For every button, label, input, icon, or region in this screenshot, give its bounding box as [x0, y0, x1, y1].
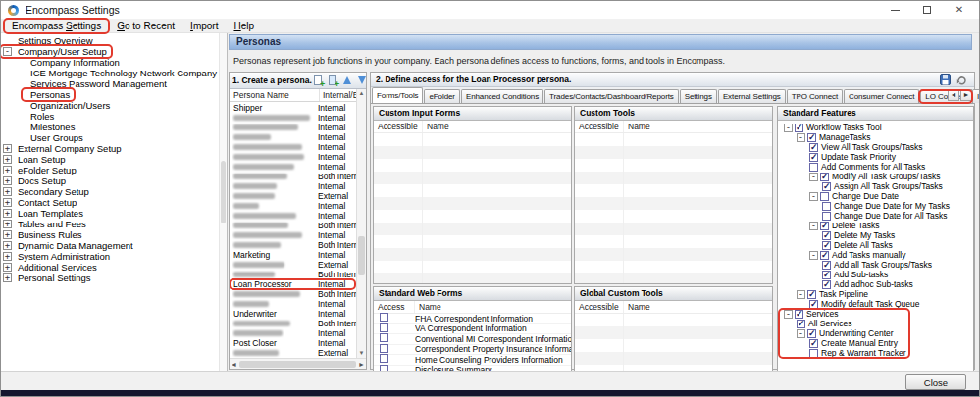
sidebar-item-services-password-management[interactable]: Services Password Management — [1, 78, 219, 89]
persona-row-redacted[interactable]: Internal — [230, 152, 356, 162]
feature-checkbox[interactable] — [795, 310, 803, 319]
feature-update-task-priority[interactable]: Update Task Priority — [778, 152, 973, 162]
expand-icon[interactable]: + — [3, 198, 12, 207]
expand-icon[interactable]: + — [3, 220, 12, 228]
persona-vscroll-thumb[interactable] — [358, 236, 365, 275]
new-persona-icon[interactable] — [312, 74, 325, 87]
scroll-down-icon[interactable]: ▼ — [357, 349, 366, 358]
save-icon[interactable] — [940, 74, 951, 85]
sidebar-item-organization-users[interactable]: Organization/Users — [1, 100, 219, 111]
persona-row-post-closer[interactable]: Post CloserInternal — [230, 338, 356, 348]
tab-scroll-right-icon[interactable]: ► — [960, 89, 972, 101]
scroll-up-icon[interactable]: ▲ — [357, 89, 366, 98]
menu-item-import[interactable]: Import — [182, 20, 226, 32]
persona-row-redacted[interactable]: Internal — [230, 162, 356, 172]
reset-icon[interactable] — [956, 74, 967, 85]
collapse-icon[interactable]: - — [809, 173, 818, 181]
sidebar-item-loan-setup[interactable]: +Loan Setup — [1, 154, 219, 165]
persona-row-redacted[interactable]: Internal — [230, 142, 356, 152]
feature-checkbox[interactable] — [809, 153, 818, 162]
menu-item-go-to-recent[interactable]: Go to Recent — [109, 20, 182, 32]
sidebar-item-personas[interactable]: Personas — [1, 89, 219, 100]
feature-managetasks[interactable]: -ManageTasks — [778, 132, 973, 142]
feature-checkbox[interactable] — [820, 192, 829, 201]
persona-row-redacted[interactable]: Both Internal a — [230, 289, 356, 299]
close-icon[interactable]: ✕ — [954, 4, 965, 16]
persona-hscroll-thumb[interactable] — [239, 361, 356, 368]
expand-icon[interactable]: + — [3, 155, 12, 164]
sidebar-item-milestones[interactable]: Milestones — [1, 122, 219, 132]
expand-icon[interactable]: + — [3, 252, 12, 261]
feature-underwriting-center[interactable]: -Underwriting Center — [778, 328, 906, 338]
sidebar-item-dynamic-data-management[interactable]: +Dynamic Data Management — [1, 240, 219, 251]
persona-row-redacted[interactable]: Internal — [230, 113, 356, 123]
feature-change-due-date[interactable]: -Change Due Date — [778, 191, 973, 201]
feature-checkbox[interactable] — [822, 241, 831, 250]
feature-add-sub-tasks[interactable]: Add Sub-tasks — [778, 270, 973, 279]
collapse-icon[interactable]: - — [797, 290, 805, 299]
feature-checkbox[interactable] — [820, 251, 829, 260]
feature-view-all-task-groups-tasks[interactable]: View All Task Groups/Tasks — [778, 142, 973, 152]
sidebar-item-user-groups[interactable]: User Groups — [1, 132, 219, 143]
collapse-icon[interactable]: - — [784, 310, 793, 319]
persona-row-redacted[interactable]: External — [230, 260, 356, 270]
collapse-icon[interactable]: - — [809, 251, 818, 260]
sidebar-item-external-company-setup[interactable]: +External Company Setup — [1, 143, 219, 154]
sidebar-item-docs-setup[interactable]: +Docs Setup — [1, 175, 219, 186]
move-down-icon[interactable] — [356, 74, 369, 87]
sidebar-item-company-information[interactable]: Company Information — [1, 57, 219, 68]
feature-change-due-date-for-all-tasks[interactable]: Change Due Date for All Tasks — [778, 211, 973, 221]
feature-checkbox[interactable] — [820, 222, 829, 230]
feature-checkbox[interactable] — [809, 163, 818, 172]
persona-row-redacted[interactable]: Both Internal a — [230, 221, 356, 230]
access-checkbox[interactable] — [380, 354, 388, 363]
persona-row-redacted[interactable]: Internal — [230, 201, 356, 211]
scroll-right-icon[interactable]: ► — [358, 361, 365, 368]
persona-row-redacted[interactable]: Internal — [230, 328, 356, 338]
tab-trades-contacts-dashboard-reports[interactable]: Trades/Contacts/Dashboard/Reports — [544, 89, 679, 103]
feature-delete-my-tasks[interactable]: Delete My Tasks — [778, 230, 973, 240]
feature-checkbox[interactable] — [797, 320, 805, 328]
persona-row-redacted[interactable]: Both Internal a — [230, 319, 356, 328]
persona-row-redacted[interactable]: Internal — [230, 230, 356, 240]
maximize-icon[interactable] — [921, 4, 933, 16]
sidebar-item-business-rules[interactable]: +Business Rules — [1, 229, 219, 240]
menu-item-help[interactable]: Help — [226, 20, 262, 32]
sidebar-item-personal-settings[interactable]: +Personal Settings — [1, 273, 219, 283]
persona-row-redacted[interactable]: Internal — [230, 123, 356, 132]
sidebar-item-roles[interactable]: Roles — [1, 111, 219, 122]
feature-add-adhoc-sub-tasks[interactable]: Add adhoc Sub-tasks — [778, 279, 973, 289]
collapse-icon[interactable]: - — [784, 124, 793, 132]
feature-add-all-task-groups-tasks[interactable]: Add all Task Groups/Tasks — [778, 260, 973, 270]
persona-row-redacted[interactable]: Internal — [230, 299, 356, 309]
persona-row-marketing[interactable]: MarketingInternal — [230, 250, 356, 260]
sidebar-item-efolder-setup[interactable]: +eFolder Setup — [1, 165, 219, 175]
sidebar-item-loan-templates[interactable]: +Loan Templates — [1, 208, 219, 219]
sidebar-item-ice-mortgage-technology-network-company-password[interactable]: ICE Mortgage Technology Network Company … — [1, 68, 219, 78]
expand-icon[interactable]: + — [3, 209, 12, 218]
persona-row-redacted[interactable]: Both Internal a — [230, 172, 356, 181]
scroll-left-icon[interactable]: ◄ — [231, 361, 237, 368]
sidebar-item-settings-overview[interactable]: Settings Overview — [1, 35, 219, 46]
feature-rep-warrant-tracker[interactable]: Rep & Warrant Tracker — [778, 348, 906, 358]
persona-list-hscrollbar[interactable]: ◄ ► — [230, 358, 366, 369]
expand-icon[interactable]: + — [3, 166, 12, 174]
persona-row-redacted[interactable]: External — [230, 348, 356, 358]
sidebar-item-additional-services[interactable]: +Additional Services — [1, 262, 219, 273]
feature-add-tasks-manually[interactable]: -Add Tasks manually — [778, 250, 973, 260]
persona-row-redacted[interactable]: Both Internal a — [230, 240, 356, 250]
close-button[interactable]: Close — [905, 374, 966, 390]
feature-checkbox[interactable] — [822, 280, 831, 289]
access-checkbox[interactable] — [380, 323, 388, 332]
feature-checkbox[interactable] — [822, 261, 831, 270]
tab-scroll-left-icon[interactable]: ◄ — [948, 89, 959, 101]
tab-efolder[interactable]: eFolder — [424, 89, 459, 103]
persona-list-vscrollbar[interactable]: ▲ ▼ — [356, 89, 366, 358]
collapse-icon[interactable]: - — [797, 329, 805, 338]
feature-checkbox[interactable] — [809, 339, 818, 348]
feature-checkbox[interactable] — [822, 271, 831, 279]
sidebar-item-tables-and-fees[interactable]: +Tables and Fees — [1, 219, 219, 229]
feature-checkbox[interactable] — [822, 182, 831, 191]
feature-change-due-date-for-my-tasks[interactable]: Change Due Date for My Tasks — [778, 201, 973, 211]
feature-checkbox[interactable] — [822, 231, 831, 240]
